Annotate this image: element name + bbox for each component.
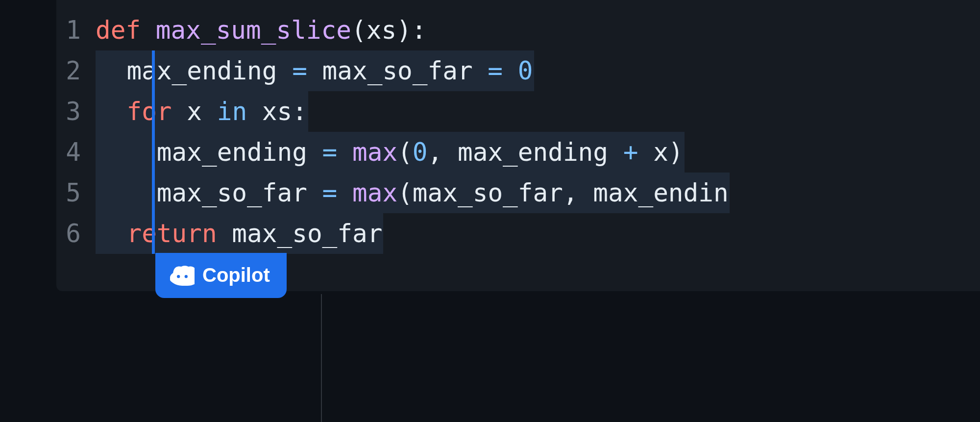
copilot-badge[interactable]: Copilot: [155, 253, 287, 298]
code-token: (: [397, 138, 413, 167]
code-token: xs: [247, 97, 292, 126]
suggestion-indicator: [152, 50, 155, 254]
code-token: =: [322, 138, 338, 167]
code-token: [503, 56, 518, 85]
code-token: ): [396, 16, 412, 45]
suggestion-highlight: for x in xs:: [96, 91, 308, 132]
code-token: (: [351, 16, 367, 45]
code-token: x: [172, 97, 217, 126]
code-token: max_ending: [97, 56, 292, 85]
code-token: [337, 138, 352, 167]
line-number: 3: [56, 91, 96, 132]
code-area[interactable]: 1 def max_sum_slice(xs): 2 max_ending = …: [56, 10, 980, 254]
code-token: =: [322, 178, 338, 207]
code-token: [337, 178, 352, 207]
code-line[interactable]: 3 for x in xs:: [56, 91, 980, 132]
code-content-3[interactable]: for x in xs:: [96, 91, 980, 132]
suggestion-highlight: max_ending = max_so_far = 0: [96, 50, 534, 91]
panel-divider[interactable]: [321, 294, 322, 422]
line-number: 6: [56, 213, 96, 254]
code-token: [97, 219, 126, 248]
code-token: for: [126, 97, 172, 126]
svg-point-1: [185, 275, 188, 278]
copilot-icon: [170, 263, 195, 287]
code-token: :: [292, 97, 307, 126]
code-line[interactable]: 2 max_ending = max_so_far = 0: [56, 50, 980, 91]
code-token: 0: [413, 138, 428, 167]
copilot-label: Copilot: [202, 264, 270, 286]
code-line[interactable]: 5 max_so_far = max(max_so_far, max_endin: [56, 173, 980, 213]
code-token: [97, 97, 126, 126]
code-line[interactable]: 4 max_ending = max(0, max_ending + x): [56, 132, 980, 173]
code-token: max_so_far: [307, 56, 488, 85]
suggestion-highlight: return max_so_far: [96, 213, 383, 254]
code-content-6[interactable]: return max_so_far: [96, 213, 980, 254]
suggestion-highlight: max_ending = max(0, max_ending + x): [96, 132, 685, 173]
code-token: x: [638, 138, 668, 167]
line-number: 4: [56, 132, 96, 173]
code-token: 0: [518, 56, 533, 85]
code-token: max: [352, 178, 397, 207]
code-token: =: [292, 56, 307, 85]
line-number: 2: [56, 50, 96, 91]
code-token: , max_ending: [428, 138, 623, 167]
code-token: +: [623, 138, 638, 167]
code-content-4[interactable]: max_ending = max(0, max_ending + x): [96, 132, 980, 173]
code-token: max_so_far: [217, 219, 383, 248]
code-token: max_sum_slice: [156, 16, 351, 45]
suggestion-highlight: max_so_far = max(max_so_far, max_endin: [96, 173, 730, 213]
svg-point-0: [177, 275, 180, 278]
code-token: in: [217, 97, 247, 126]
code-token: max: [352, 138, 397, 167]
code-token: ): [668, 138, 684, 167]
code-line[interactable]: 1 def max_sum_slice(xs):: [56, 10, 980, 50]
code-token: =: [488, 56, 503, 85]
code-editor[interactable]: 1 def max_sum_slice(xs): 2 max_ending = …: [56, 0, 980, 291]
code-line[interactable]: 6 return max_so_far: [56, 213, 980, 254]
code-token: (: [397, 178, 413, 207]
code-content-5[interactable]: max_so_far = max(max_so_far, max_endin: [96, 173, 980, 213]
code-token: xs: [367, 16, 396, 45]
code-token: def: [96, 16, 156, 45]
line-number: 1: [56, 10, 96, 50]
code-token: max_so_far: [97, 178, 322, 207]
code-content-2[interactable]: max_ending = max_so_far = 0: [96, 50, 980, 91]
code-token: :: [412, 16, 427, 45]
code-content-1[interactable]: def max_sum_slice(xs):: [96, 10, 980, 50]
code-token: max_ending: [97, 138, 322, 167]
code-token: max_so_far, max_endin: [413, 178, 729, 207]
code-token: return: [126, 219, 217, 248]
line-number: 5: [56, 173, 96, 213]
